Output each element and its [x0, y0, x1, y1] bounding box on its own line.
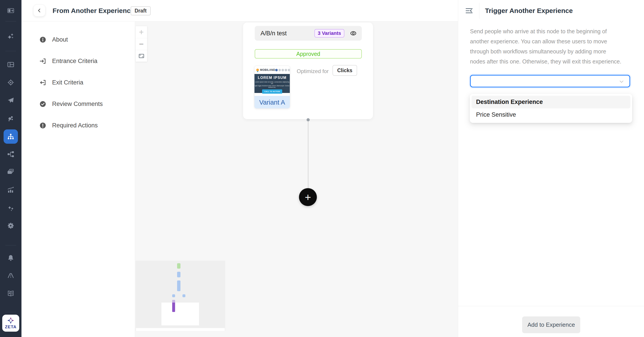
zoom-controls: + −: [136, 26, 147, 62]
zeta-logo-text: ZETA: [5, 325, 16, 330]
minimap-viewport[interactable]: [162, 303, 199, 325]
minimap-node-entrance: [177, 263, 180, 269]
experience-select[interactable]: [470, 75, 630, 87]
email-cta-button: CALL TO ACTION: [262, 89, 282, 94]
back-button[interactable]: [33, 4, 46, 16]
minimap-node-current: [172, 303, 175, 312]
pinterest-icon: [285, 69, 287, 71]
exit-arrow-icon: [39, 79, 46, 86]
nav-item-entrance-criteria[interactable]: Entrance Criteria: [22, 54, 135, 68]
nav-item-exit-criteria[interactable]: Exit Criteria: [22, 75, 135, 90]
send-plane-icon[interactable]: [7, 96, 14, 104]
zeta-diamond-icon: [7, 317, 14, 324]
add-node-button[interactable]: +: [299, 188, 317, 206]
nav-item-label: Review Comments: [52, 101, 103, 107]
email-hero: LOREM IPSUM Lorem ipsum dolor sit amet, …: [254, 74, 290, 93]
nav-item-review-comments[interactable]: Review Comments: [22, 97, 135, 111]
settings-gear-icon[interactable]: [7, 222, 14, 230]
sparkles-tools-icon[interactable]: [7, 204, 14, 212]
experience-sitemap-icon: [6, 132, 15, 141]
minimap-node-current-top: [172, 300, 175, 303]
journey-canvas[interactable]: + − A/B/n test 3 Variants Approved MOBIL…: [135, 21, 458, 337]
cards-stack-icon[interactable]: [7, 168, 14, 176]
target-icon[interactable]: [7, 79, 14, 86]
sidebar-divider: [5, 312, 16, 312]
connector-handle[interactable]: [306, 118, 310, 121]
app-sidebar: ZETA: [0, 0, 22, 337]
minimap-node: [177, 281, 180, 291]
dashboard-icon[interactable]: [7, 61, 14, 68]
email-brand: MOBILAND: [256, 68, 275, 71]
info-circle-icon: [39, 36, 46, 43]
variant-a-email-preview[interactable]: MOBILAND LOREM IPSUM Lorem ipsum dolor s…: [254, 66, 290, 109]
sparkles-icon[interactable]: [7, 32, 14, 40]
minimap-node: [182, 294, 185, 297]
sidebar-divider: [5, 51, 16, 51]
trigger-experience-panel: Trigger Another Experience Send people w…: [458, 0, 644, 337]
nav-item-label: Entrance Criteria: [52, 58, 98, 65]
email-brand-name: MOBILAND: [260, 68, 275, 71]
eye-icon[interactable]: [350, 30, 357, 37]
chevron-down-icon: [618, 79, 624, 85]
optimized-for-value-button[interactable]: Clicks: [332, 65, 357, 76]
menu-fold-icon[interactable]: [465, 6, 474, 15]
nav-item-about[interactable]: About: [22, 32, 135, 47]
zoom-in-button[interactable]: +: [136, 26, 147, 38]
experience-nav-panel: About Entrance Criteria Exit Criteria Re…: [22, 21, 135, 337]
audience-cluster-icon[interactable]: [7, 114, 14, 122]
growth-chart-icon[interactable]: [7, 186, 14, 194]
email-header: MOBILAND: [254, 66, 290, 74]
connector-line: [308, 121, 308, 188]
zeta-logo[interactable]: ZETA: [2, 315, 19, 332]
email-body-line: Lorem ipsum dolor sit amet, consectetur …: [254, 81, 290, 84]
node-title: A/B/n test: [260, 30, 314, 37]
variant-label: Variant A: [254, 96, 290, 109]
abn-test-node-card[interactable]: A/B/n test 3 Variants Approved MOBILAND: [243, 22, 373, 119]
exclamation-circle-icon: [39, 122, 46, 129]
nav-item-label: Required Actions: [52, 122, 98, 129]
page-title: From Another Experience: [52, 0, 134, 21]
email-heading: LOREM IPSUM: [254, 76, 290, 80]
approved-status-button[interactable]: Approved: [255, 49, 362, 58]
googleplus-icon: [282, 69, 284, 71]
x-icon: [278, 69, 281, 71]
collapse-panel-icon[interactable]: [7, 7, 14, 14]
option-destination-experience[interactable]: Destination Experience: [472, 96, 630, 108]
zoom-out-button[interactable]: −: [136, 38, 147, 50]
footer-divider: [458, 306, 644, 306]
instagram-icon: [288, 69, 290, 71]
experience-dropdown-menu: Destination Experience Price Sensitive: [470, 94, 632, 123]
header-divider: [479, 3, 480, 19]
mobiland-logo-icon: [256, 69, 259, 71]
minimap-node: [177, 272, 180, 277]
nav-item-label: Exit Criteria: [52, 79, 84, 86]
sidebar-divider: [5, 21, 16, 21]
variants-badge: 3 Variants: [314, 29, 344, 37]
sidebar-item-experiences-active[interactable]: [4, 129, 18, 144]
notifications-bell-icon[interactable]: [7, 254, 14, 262]
check-circle-icon: [39, 101, 46, 107]
minimap-edge: [136, 328, 225, 331]
nav-item-required-actions[interactable]: Required Actions: [22, 118, 135, 132]
panel-title: Trigger Another Experience: [485, 0, 573, 21]
minimap-node: [172, 294, 175, 297]
road-icon[interactable]: [7, 272, 14, 279]
entrance-arrow-icon: [39, 58, 46, 65]
node-header: A/B/n test 3 Variants: [255, 26, 362, 41]
chevron-left-icon: [37, 8, 42, 13]
top-header: From Another Experience Draft: [22, 0, 458, 21]
optimized-for-label: Optimized for: [297, 68, 329, 74]
facebook-icon: [275, 69, 278, 71]
option-price-sensitive[interactable]: Price Sensitive: [472, 108, 630, 121]
fit-view-button[interactable]: [136, 50, 147, 62]
sidebar-divider: [5, 245, 16, 245]
docs-book-icon[interactable]: [7, 290, 14, 297]
social-icons: [275, 69, 290, 71]
panel-description: Send people who arrive at this node to t…: [470, 26, 622, 67]
status-badge: Draft: [130, 6, 151, 15]
split-flow-icon[interactable]: [7, 150, 14, 158]
fit-view-icon: [138, 53, 144, 59]
add-to-experience-button[interactable]: Add to Experience: [522, 317, 580, 333]
canvas-minimap[interactable]: [136, 261, 225, 331]
nav-item-label: About: [52, 36, 68, 43]
